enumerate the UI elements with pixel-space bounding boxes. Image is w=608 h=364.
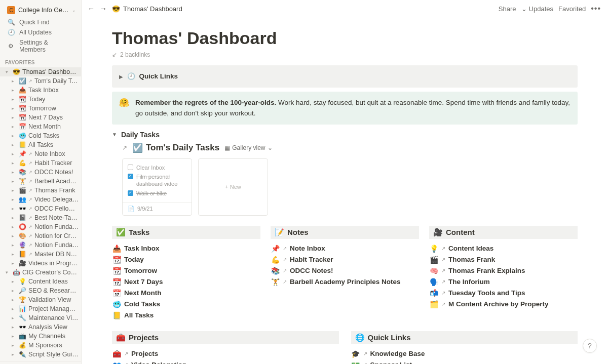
sidebar-item[interactable]: ▾🤖CIG Creator's Compan... <box>0 268 81 277</box>
favorited-button[interactable]: Favorited <box>558 5 586 13</box>
page-link[interactable]: 🥶Cold Tasks <box>112 299 260 310</box>
toggle-triangle-icon[interactable]: ▸ <box>9 88 16 93</box>
toggle-triangle-icon[interactable]: ▸ <box>9 188 16 193</box>
page-link[interactable]: 🏋️↗Barbell Academy Principles Notes <box>271 276 419 288</box>
page-link[interactable]: 📌↗Note Inbox <box>271 243 419 254</box>
toggle-triangle-icon[interactable]: ▸ <box>9 197 16 202</box>
sidebar-item[interactable]: ▸🔎SEO & Research View <box>0 286 81 295</box>
sidebar-item[interactable]: ▸🔧Maintenance View <box>0 313 81 322</box>
sidebar-util-2[interactable]: ⚙Settings & Members <box>0 37 81 55</box>
page-link[interactable]: 📅Next Month <box>112 288 260 299</box>
toggle-triangle-icon[interactable]: ▸ <box>9 215 16 220</box>
page-link[interactable]: 💪↗Habit Tracker <box>271 254 419 265</box>
sidebar-item[interactable]: ▸📌↗Note Inbox <box>0 149 81 158</box>
page-link[interactable]: 🎓↗Knowledge Base <box>351 348 578 359</box>
checkbox[interactable] <box>128 174 133 179</box>
sidebar-item[interactable]: ▸📊Project Manager View <box>0 304 81 313</box>
toggle-triangle-icon[interactable]: ▸ <box>9 306 16 311</box>
sidebar-item[interactable]: ▸📆Tomorrow <box>0 104 81 113</box>
share-button[interactable]: Share <box>499 5 516 13</box>
toggle-triangle-icon[interactable]: ▸ <box>9 252 16 257</box>
page-link[interactable]: 📆Next 7 Days <box>112 276 260 288</box>
page-link[interactable]: 🧠↗Thomas Frank Explains <box>429 265 578 276</box>
toggle-triangle-icon[interactable]: ▸ <box>9 106 16 111</box>
toggle-triangle-icon[interactable]: ▸ <box>9 343 16 348</box>
more-menu-button[interactable]: ••• <box>591 4 601 13</box>
nav-back-button[interactable]: ← <box>88 5 95 13</box>
sidebar-item[interactable]: ▾😎Thomas' Dashboard <box>0 67 81 76</box>
toggle-triangle-icon[interactable]: ▾ <box>3 69 10 74</box>
checkbox[interactable] <box>128 165 133 170</box>
page-link[interactable]: 📆Today <box>112 254 260 265</box>
nav-forward-button[interactable]: → <box>100 5 107 13</box>
toggle-triangle-icon[interactable]: ▾ <box>3 270 10 275</box>
sidebar-item[interactable]: ▸📚↗ODCC Notes! <box>0 168 81 177</box>
sidebar-item[interactable]: ▸🏋️↗Barbell Academy ... <box>0 177 81 186</box>
sidebar-item[interactable]: ▸🎥Videos in Progress <box>0 259 81 268</box>
toggle-triangle-icon[interactable]: ▸ <box>9 297 16 302</box>
sidebar-item[interactable]: ▸📓↗Best Note-Taking... <box>0 213 81 222</box>
page-link[interactable]: 📬↗Tuesday Tools and Tips <box>429 288 578 299</box>
toggle-triangle-icon[interactable]: ▸ <box>9 315 16 320</box>
sidebar-item[interactable]: ▸✒️Script Style Guide <box>0 350 81 359</box>
toggle-triangle-icon[interactable]: ▸ <box>9 151 16 156</box>
toggle-triangle-icon[interactable]: ▸ <box>9 78 16 84</box>
toggle-triangle-icon[interactable]: ▸ <box>9 279 16 284</box>
toggle-triangle-icon[interactable]: ▸ <box>9 97 16 102</box>
sidebar-item[interactable]: ▸💰M Sponsors <box>0 341 81 350</box>
sidebar-item[interactable]: ▸📙↗Master DB Note-... <box>0 250 81 259</box>
toggle-triangle-icon[interactable]: ▸ <box>9 224 16 229</box>
page-title[interactable]: Thomas' Dashboard <box>112 28 578 48</box>
page-link[interactable]: 💡↗Content Ideas <box>429 243 578 254</box>
toggle-triangle-icon[interactable]: ▸ <box>9 261 16 266</box>
toggle-triangle-icon[interactable]: ▸ <box>9 133 16 138</box>
updates-button[interactable]: ⌄ Updates <box>521 5 553 13</box>
new-card-button[interactable]: + New <box>198 158 268 216</box>
toggle-triangle-icon[interactable]: ▸ <box>9 352 16 357</box>
page-link[interactable]: 🗂️↗M Content Archive by Property <box>429 299 578 310</box>
sidebar-item[interactable]: ▸☑️↗Tom's Daily Tasks <box>0 76 81 86</box>
toggle-triangle-icon[interactable]: ▶ <box>119 74 123 79</box>
checkbox[interactable] <box>128 190 133 196</box>
toggle-triangle-icon[interactable]: ▸ <box>9 170 16 175</box>
sidebar-item[interactable]: ▸📅Next Month <box>0 122 81 131</box>
view-switcher[interactable]: ▦ Gallery view ⌄ <box>224 144 272 151</box>
sidebar-item[interactable]: ▸📆Next 7 Days <box>0 113 81 122</box>
page-link[interactable]: 👥↗Video Delegation <box>112 359 339 364</box>
toggle-triangle-icon[interactable]: ▸ <box>9 142 16 147</box>
sidebar-item[interactable]: ▸📥Task Inbox <box>0 86 81 95</box>
toggle-triangle-icon[interactable]: ▸ <box>9 334 16 339</box>
sidebar-item[interactable]: ▸🔮↗Notion Fundame... <box>0 240 81 250</box>
sidebar-util-0[interactable]: 🔍Quick Find <box>0 17 81 27</box>
quick-links-callout[interactable]: ▶ 🕘 Quick Links <box>112 65 578 88</box>
page-link[interactable]: 📥Task Inbox <box>112 243 260 254</box>
daily-tasks-toggle[interactable]: ▼ Daily Tasks <box>112 131 578 139</box>
sidebar-util-1[interactable]: 🕘All Updates <box>0 27 81 37</box>
sidebar-item[interactable]: ▸🎨↗Notion for Creat... <box>0 231 81 240</box>
sidebar-item[interactable]: ▸💪↗Habit Tracker <box>0 158 81 168</box>
sidebar-item[interactable]: ▸👥↗Video Delegation <box>0 195 81 204</box>
page-link[interactable]: 📒All Tasks <box>112 310 260 321</box>
backlinks-toggle[interactable]: ↙ 2 backlinks <box>112 51 578 58</box>
toggle-triangle-icon[interactable]: ▸ <box>9 124 16 129</box>
page-link[interactable]: 💵↗Sponsor List <box>351 359 578 364</box>
page-link[interactable]: 📚↗ODCC Notes! <box>271 265 419 276</box>
sidebar-item[interactable]: ▸📒All Tasks <box>0 140 81 149</box>
toggle-triangle-icon[interactable]: ▸ <box>9 233 16 238</box>
sidebar-item[interactable]: ▸🥶Cold Tasks <box>0 131 81 140</box>
sidebar-item[interactable]: ▸📆Today <box>0 95 81 104</box>
sidebar-item[interactable]: ▸🕶️Analysis View <box>0 322 81 332</box>
sidebar-item[interactable]: ▸🏆Validation View <box>0 295 81 304</box>
toggle-triangle-icon[interactable]: ▸ <box>9 115 16 120</box>
gallery-card[interactable]: Clear InboxFilm personal dashboard video… <box>122 158 192 216</box>
page-link[interactable]: 🧰↗Projects <box>112 348 339 359</box>
sidebar-item[interactable]: ▸🕶️↗ODCC Fellowship <box>0 204 81 213</box>
page-link[interactable]: 🎬↗Thomas Frank <box>429 254 578 265</box>
breadcrumb[interactable]: 😎 Thomas' Dashboard <box>112 5 182 13</box>
new-page-button[interactable]: + New page <box>0 361 81 364</box>
page-link[interactable]: 🗣️↗The Inforium <box>429 276 578 288</box>
toggle-triangle-icon[interactable]: ▸ <box>9 242 16 248</box>
toggle-triangle-icon[interactable]: ▸ <box>9 206 16 211</box>
sidebar-item[interactable]: ▸💡Content Ideas <box>0 277 81 286</box>
workspace-switcher[interactable]: C College Info Geek ⌄ <box>0 0 81 17</box>
